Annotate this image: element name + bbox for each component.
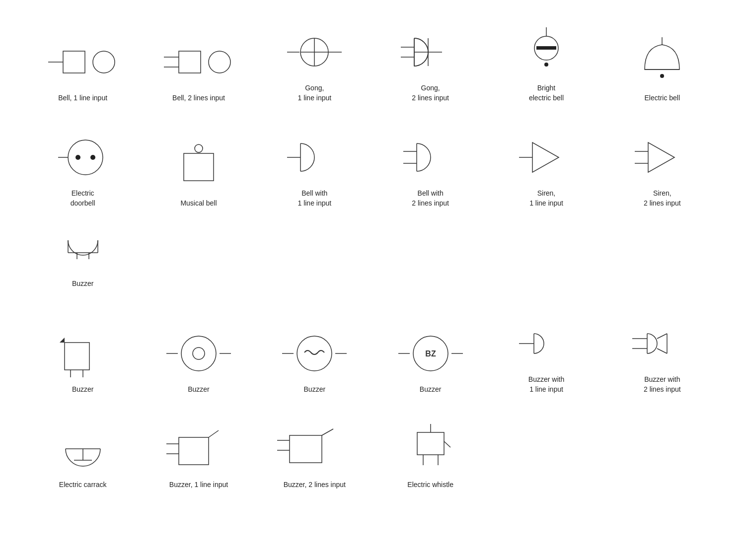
icon-siren-1-line <box>491 130 601 185</box>
label-bright-electric-bell: Brightelectric bell <box>529 83 564 103</box>
svg-rect-19 <box>536 46 556 50</box>
svg-line-81 <box>444 441 450 447</box>
svg-point-24 <box>68 140 103 175</box>
cell-siren-2-lines: Siren,2 lines input <box>604 125 720 210</box>
svg-marker-39 <box>648 142 674 172</box>
label-buzzer-cup: Buzzer <box>72 279 94 289</box>
icon-buzzer-box-1-line <box>143 421 254 476</box>
icon-buzzer-cup <box>27 220 138 275</box>
label-buzzer-speaker: Buzzer <box>72 385 94 395</box>
svg-point-26 <box>90 155 95 160</box>
cell-electric-bell: Electric bell <box>604 20 720 105</box>
icon-electric-whistle <box>375 421 486 476</box>
label-bell-with-2-lines: Bell with2 lines input <box>412 189 449 208</box>
svg-point-51 <box>181 336 216 371</box>
svg-marker-45 <box>60 338 65 343</box>
svg-line-65 <box>657 334 667 339</box>
label-siren-1-line: Siren,1 line input <box>529 189 563 208</box>
icon-gong-2-lines <box>375 25 486 79</box>
label-buzzer-1-line: Buzzer with1 line input <box>528 375 564 394</box>
icon-bright-electric-bell <box>491 25 601 79</box>
icon-siren-2-lines <box>607 130 718 185</box>
svg-point-23 <box>660 74 664 78</box>
cell-gong-1-line: Gong,1 line input <box>257 20 372 105</box>
cell-bright-electric-bell: Brightelectric bell <box>488 20 604 105</box>
label-buzzer-box-2-lines: Buzzer, 2 lines input <box>284 480 346 490</box>
svg-text:BZ: BZ <box>425 350 436 358</box>
label-bell-with-1-line: Bell with1 line input <box>298 189 331 208</box>
label-musical-bell: Musical bell <box>180 199 217 209</box>
icon-buzzer-1-line <box>491 316 601 371</box>
icon-buzzer-2-lines <box>607 316 718 371</box>
svg-point-55 <box>297 336 332 371</box>
label-gong-2-lines: Gong,2 lines input <box>412 83 449 103</box>
svg-point-25 <box>75 155 80 160</box>
icon-gong-1-line <box>259 25 370 79</box>
cell-bell-with-1-line: Bell with1 line input <box>257 125 372 210</box>
svg-rect-5 <box>179 51 201 73</box>
cell-bell-2-lines: Bell, 2 lines input <box>141 20 256 105</box>
svg-rect-29 <box>184 153 214 181</box>
row-spacer-3 <box>25 402 720 412</box>
cell-electric-doorbell: Electricdoorbell <box>25 125 141 210</box>
cell-buzzer-circle-plain: Buzzer <box>141 311 256 397</box>
svg-rect-46 <box>65 343 89 370</box>
label-bell-1-line: Bell, 1 line input <box>58 93 107 103</box>
svg-point-28 <box>195 144 203 152</box>
svg-point-20 <box>544 63 548 67</box>
svg-line-66 <box>657 349 667 353</box>
cell-bell-1-line: Bell, 1 line input <box>25 20 141 105</box>
cell-electric-whistle: Electric whistle <box>372 417 488 492</box>
label-siren-2-lines: Siren,2 lines input <box>644 189 681 208</box>
cell-gong-2-lines: Gong,2 lines input <box>372 20 488 105</box>
cell-buzzer-cup: Buzzer <box>25 215 141 291</box>
icon-electric-doorbell <box>27 130 138 185</box>
icon-bell-with-2-lines <box>375 130 486 185</box>
svg-rect-73 <box>179 437 209 465</box>
icon-buzzer-circle-plain <box>143 326 254 381</box>
cell-buzzer-speaker: Buzzer <box>25 311 141 397</box>
cell-buzzer-1-line: Buzzer with1 line input <box>488 311 604 397</box>
svg-rect-77 <box>290 435 322 463</box>
svg-point-2 <box>93 51 115 73</box>
row-spacer-1 <box>25 110 720 120</box>
label-buzzer-bz: Buzzer <box>420 385 442 395</box>
label-electric-doorbell: Electricdoorbell <box>71 189 95 208</box>
icon-bell-2-lines <box>143 35 254 89</box>
label-buzzer-tilde: Buzzer <box>304 385 326 395</box>
cell-buzzer-box-2-lines: Buzzer, 2 lines input <box>257 417 372 492</box>
cell-buzzer-tilde: Buzzer <box>257 311 372 397</box>
label-buzzer-2-lines: Buzzer with2 lines input <box>644 375 681 394</box>
cell-buzzer-2-lines: Buzzer with2 lines input <box>604 311 720 397</box>
svg-marker-36 <box>532 142 559 172</box>
cell-musical-bell: Musical bell <box>141 125 256 210</box>
svg-rect-1 <box>63 51 85 73</box>
label-bell-2-lines: Bell, 2 lines input <box>172 93 225 103</box>
label-electric-whistle: Electric whistle <box>407 480 453 490</box>
label-buzzer-circle-plain: Buzzer <box>188 385 210 395</box>
icon-bell-with-1-line <box>259 130 370 185</box>
svg-line-74 <box>209 430 219 437</box>
svg-line-78 <box>322 429 333 435</box>
cell-bell-with-2-lines: Bell with2 lines input <box>372 125 488 210</box>
icon-musical-bell <box>143 140 254 195</box>
cell-buzzer-bz: BZ Buzzer <box>372 311 488 397</box>
svg-point-6 <box>209 51 230 73</box>
icon-buzzer-tilde <box>259 326 370 381</box>
icon-electric-carrack <box>27 421 138 476</box>
label-gong-1-line: Gong,1 line input <box>298 83 331 103</box>
icon-bell-1-line <box>27 35 138 89</box>
icon-electric-bell <box>607 35 718 89</box>
icon-buzzer-speaker <box>27 326 138 381</box>
icon-buzzer-box-2-lines <box>259 421 370 476</box>
cell-siren-1-line: Siren,1 line input <box>488 125 604 210</box>
symbols-grid: Bell, 1 line input Bell, 2 lines input <box>10 10 735 502</box>
svg-rect-80 <box>417 432 444 455</box>
icon-buzzer-bz: BZ <box>375 326 486 381</box>
svg-point-52 <box>193 348 205 359</box>
label-electric-carrack: Electric carrack <box>59 480 107 490</box>
label-electric-bell: Electric bell <box>645 93 680 103</box>
row-spacer-2 <box>25 296 720 306</box>
label-buzzer-box-1-line: Buzzer, 1 line input <box>169 480 228 490</box>
cell-electric-carrack: Electric carrack <box>25 417 141 492</box>
